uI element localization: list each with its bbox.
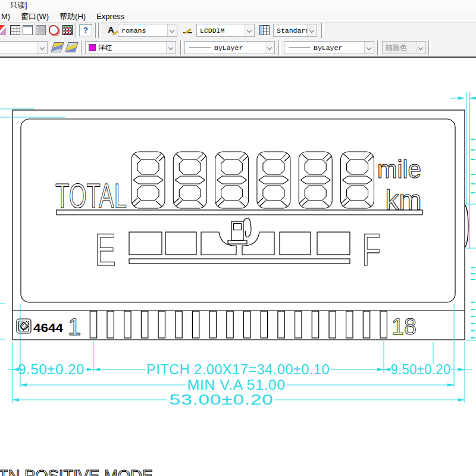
toolbar-separator bbox=[321, 23, 324, 38]
clipped-tool-icon[interactable] bbox=[0, 25, 6, 35]
application-window: TOTAL mile km E F 1 18 bbox=[0, 0, 476, 476]
odometer-row: TOTAL mile km bbox=[55, 152, 422, 215]
dimension-linework bbox=[0, 92, 476, 403]
chevron-down-icon[interactable] bbox=[167, 24, 177, 36]
fuel-segment bbox=[165, 232, 196, 255]
layer-previous-icon[interactable] bbox=[65, 42, 79, 52]
connector-pin bbox=[295, 311, 302, 338]
drawing-canvas[interactable]: TOTAL mile km E F 1 18 bbox=[0, 0, 476, 476]
connector-pin bbox=[329, 311, 336, 338]
title-bar: 只读] bbox=[0, 0, 476, 11]
connector-pin bbox=[346, 311, 353, 338]
connector-pin bbox=[278, 311, 284, 338]
chevron-down-icon[interactable] bbox=[37, 42, 47, 54]
lineweight-combo[interactable]: ByLayer bbox=[284, 41, 374, 54]
calculator-icon[interactable] bbox=[62, 25, 73, 35]
brand-logo bbox=[17, 319, 31, 333]
color-value: 洋红 bbox=[98, 43, 166, 53]
window-title: 只读] bbox=[10, 1, 27, 10]
chevron-down-icon[interactable] bbox=[364, 42, 374, 54]
connector-pin bbox=[227, 311, 233, 338]
connector-pin bbox=[124, 311, 131, 338]
layer-combo[interactable] bbox=[0, 41, 48, 54]
seven-segment-digits bbox=[131, 152, 374, 208]
connector-pin bbox=[90, 311, 96, 338]
publish-tool-icon[interactable] bbox=[23, 25, 33, 35]
logo-text: 4644 bbox=[33, 321, 63, 334]
fuel-pump-icon bbox=[228, 218, 251, 244]
fuel-segment bbox=[280, 232, 311, 255]
menu-bar: M) 窗口(W) 帮助(H) Express bbox=[0, 11, 476, 23]
text-style-icon[interactable]: A bbox=[108, 25, 118, 35]
lineweight-sample bbox=[289, 48, 310, 48]
connector-pin bbox=[107, 311, 114, 338]
fuel-segment bbox=[129, 232, 162, 255]
connector-pin bbox=[261, 311, 267, 338]
plot-style-combo: 随颜色 bbox=[382, 41, 426, 54]
text-style-value: romans bbox=[121, 27, 167, 35]
menu-item-help[interactable]: 帮助(H) bbox=[54, 11, 91, 22]
table-style-icon[interactable] bbox=[259, 25, 270, 35]
toolbar-separator bbox=[278, 40, 281, 55]
linetype-combo[interactable]: ByLayer bbox=[184, 41, 275, 54]
first-pin-number: 1 bbox=[68, 314, 81, 340]
table-style-value: Standard bbox=[277, 27, 307, 35]
dimension-style-combo[interactable]: LCDDIM bbox=[196, 24, 255, 37]
fill-port-bump bbox=[465, 205, 468, 248]
revision-cloud-icon[interactable] bbox=[49, 25, 59, 35]
fuel-empty-label: E bbox=[95, 224, 116, 275]
connector-pin bbox=[363, 311, 369, 338]
fuel-gauge-underline bbox=[129, 259, 350, 264]
dim-pitch: PITCH 2.00X17=34.00±0.10 bbox=[146, 362, 330, 377]
lineweight-value: ByLayer bbox=[314, 44, 364, 52]
toolbar-row-2: 洋红 ByLayer ByLayer 随颜色 bbox=[0, 40, 476, 57]
connector-pin bbox=[380, 311, 387, 338]
dimension-style-icon[interactable] bbox=[183, 25, 193, 35]
chevron-down-icon bbox=[416, 42, 425, 54]
menu-item-window[interactable]: 窗口(W) bbox=[15, 11, 54, 22]
connector-pin bbox=[209, 311, 216, 338]
total-label: TOTAL bbox=[55, 176, 127, 215]
dim-right-margin: 9.50±0.20 bbox=[391, 362, 451, 377]
connector-pin bbox=[158, 311, 165, 338]
color-swatch bbox=[89, 44, 96, 51]
drawing-area-border bbox=[0, 57, 476, 58]
plot-style-value: 随颜色 bbox=[386, 43, 416, 53]
dim-overall-width: 53.00±0.20 bbox=[170, 392, 274, 408]
toolbar-separator bbox=[377, 40, 380, 55]
help-icon[interactable]: ? bbox=[79, 24, 92, 36]
chevron-down-icon[interactable] bbox=[245, 24, 254, 36]
dim-left-margin: 9.50±0.20 bbox=[18, 362, 84, 377]
connector-pin bbox=[176, 311, 182, 338]
text-style-combo[interactable]: romans bbox=[118, 24, 177, 37]
last-pin-number: 18 bbox=[392, 314, 416, 339]
toolbar-separator bbox=[76, 23, 78, 38]
color-combo[interactable]: 洋红 bbox=[85, 41, 176, 54]
fuel-segment-notched bbox=[201, 232, 236, 255]
connector-pin bbox=[244, 311, 250, 338]
toolbar-separator bbox=[95, 23, 98, 38]
grid-tool-icon[interactable] bbox=[10, 25, 20, 35]
unit-km-label: km bbox=[386, 184, 422, 215]
dimension-style-value: LCDDIM bbox=[200, 27, 245, 35]
table-style-combo[interactable]: Standard bbox=[273, 24, 317, 37]
lcd-glass-outline bbox=[12, 110, 468, 340]
connector-strip: 1 18 4644 bbox=[17, 311, 416, 340]
toolbar-separator bbox=[428, 40, 431, 55]
connector-pins bbox=[90, 311, 387, 338]
fuel-gauge-row: E F bbox=[95, 218, 381, 275]
connector-pin bbox=[312, 311, 318, 338]
render-tool-icon[interactable] bbox=[36, 25, 46, 35]
mode-note: TN POSITIVE MODE bbox=[0, 466, 153, 476]
toolbar-separator bbox=[98, 23, 101, 38]
toolbar-row-1: ? A romans LCDDIM Standard bbox=[0, 23, 476, 39]
menu-item-partial[interactable]: M) bbox=[0, 11, 15, 22]
layer-properties-icon[interactable] bbox=[51, 42, 64, 52]
chevron-down-icon[interactable] bbox=[166, 42, 176, 54]
menu-item-express[interactable]: Express bbox=[91, 11, 130, 22]
linetype-value: ByLayer bbox=[214, 44, 265, 52]
unit-mile-label: mile bbox=[377, 155, 421, 183]
chevron-down-icon[interactable] bbox=[265, 42, 274, 54]
toolbar-separator bbox=[81, 40, 83, 55]
chevron-down-icon[interactable] bbox=[307, 24, 317, 36]
